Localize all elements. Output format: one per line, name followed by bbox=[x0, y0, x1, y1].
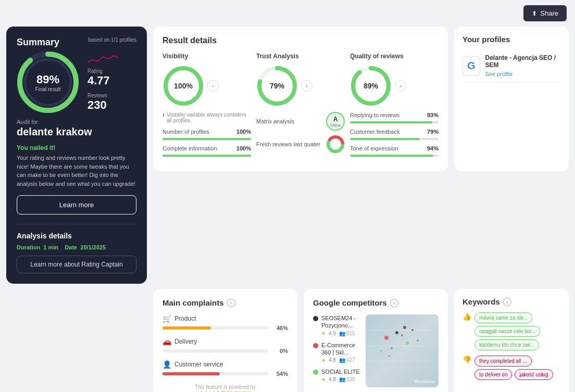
visibility-circle-wrap: 100% › bbox=[162, 65, 251, 107]
comp-meta-2: ★ 4.8 👥 427 bbox=[321, 357, 360, 363]
reviews-label: Reviews bbox=[88, 93, 119, 98]
main-grid: Summary based on 1/1 profiles 89% Final … bbox=[0, 27, 575, 290]
svg-point-16 bbox=[384, 336, 389, 340]
svg-point-24 bbox=[388, 355, 390, 357]
audit-name: delante krakow bbox=[17, 126, 136, 138]
quality-circle-wrap: 89% › bbox=[350, 65, 439, 107]
comp-dot-3 bbox=[313, 370, 318, 375]
learn-more-rating-captain-button[interactable]: Learn more about Rating Captain bbox=[17, 256, 136, 273]
delivery-icon: 🚗 bbox=[162, 337, 171, 346]
comp-meta-1: ★ 4.9 👥 815 bbox=[321, 331, 360, 336]
powered-by: This feature is powered by ★★★★★ RatingC… bbox=[162, 384, 288, 392]
donut-icon bbox=[326, 135, 345, 154]
metric-bar-1 bbox=[162, 138, 251, 140]
rating-val: 4.77 bbox=[88, 74, 119, 87]
profiles-list: G Delante - Agencja SEO / SEM See profil… bbox=[463, 50, 560, 82]
product-icon: 🛒 bbox=[162, 314, 171, 323]
comp-dot-1 bbox=[313, 316, 318, 321]
negative-keywords-group: 👎 they completed all ... to deliver on j… bbox=[463, 356, 560, 380]
comp-dot-2 bbox=[313, 343, 318, 348]
complaint-service-pct: 54% bbox=[272, 371, 288, 377]
competitor-1: SEOSEM24 - Pozycjono... ★ 4.9 👥 815 bbox=[313, 314, 360, 336]
competitors-title: Google competitors i bbox=[313, 298, 439, 307]
visibility-col: Visibility 100% › ℹ Visibility variable … bbox=[162, 53, 251, 162]
date-val: 20/1/2025 bbox=[80, 244, 106, 250]
visibility-note: ℹ Visibility variable always considers a… bbox=[162, 112, 251, 123]
duration-val: 1 min bbox=[43, 244, 58, 250]
share-icon: ⬆ bbox=[532, 10, 537, 17]
metric-row: Number of profiles 100% bbox=[162, 129, 251, 135]
analysis-title: Analysis details bbox=[17, 232, 136, 240]
complaint-product: 🛒 Product 46% bbox=[162, 314, 288, 331]
complaint-delivery-bar-row: 0% bbox=[162, 348, 288, 354]
matrix-row: Matrix analysis A Class bbox=[256, 112, 345, 131]
summary-card: Summary based on 1/1 profiles 89% Final … bbox=[6, 27, 147, 284]
comp-name-3: SOCIAL ELITE bbox=[321, 368, 360, 375]
sparkline bbox=[88, 53, 119, 66]
complaints-info-icon[interactable]: i bbox=[227, 299, 235, 307]
kw-tag-neg-2[interactable]: to deliver on bbox=[474, 369, 512, 380]
complaint-service-bar-row: 54% bbox=[162, 371, 288, 377]
keywords-card: Keywords i 👍 mówią same za sie... osiąga… bbox=[454, 289, 569, 392]
svg-point-23 bbox=[417, 339, 419, 342]
kw-tag-neg-1[interactable]: they completed all ... bbox=[474, 356, 532, 366]
analysis-details: Analysis details Duration 1 min Date 20/… bbox=[17, 224, 136, 273]
positive-row: 👍 mówią same za sie... osiągali nasze ce… bbox=[463, 312, 560, 350]
quality-circle: 89% bbox=[350, 65, 392, 107]
competitors-chart: Reviewer bbox=[366, 314, 439, 387]
see-profile-link[interactable]: See profile bbox=[485, 71, 513, 77]
complaint-product-bar-row: 46% bbox=[162, 325, 288, 331]
complaint-service: 👤 Customer service 54% bbox=[162, 360, 288, 377]
complaint-delivery-label: 🚗 Delivery bbox=[162, 337, 288, 346]
kw-tag-1[interactable]: mówią same za sie... bbox=[474, 312, 532, 323]
complaint-product-pct: 46% bbox=[272, 325, 288, 331]
complaint-delivery: 🚗 Delivery 0% bbox=[162, 337, 288, 354]
complaint-product-bar bbox=[162, 326, 268, 330]
profile-info: Delante - Agencja SEO / SEM See profile bbox=[485, 54, 560, 78]
duration-label: Duration bbox=[17, 244, 40, 250]
quality-metric-2: Customer feedback 79% bbox=[350, 129, 439, 135]
trust-col: Trust Analysis 79% › Matrix analysis A bbox=[256, 53, 345, 162]
keywords-info-icon[interactable]: i bbox=[503, 298, 511, 306]
complaint-delivery-pct: 0% bbox=[272, 348, 288, 354]
comp-name-2: E-Commerce 360 | Skl... bbox=[321, 342, 360, 357]
fresh-row: Fresh reviews last quater bbox=[256, 135, 345, 154]
analysis-meta: Duration 1 min Date 20/1/2025 bbox=[17, 244, 136, 250]
reviews-val: 230 bbox=[88, 98, 119, 112]
profiles-card: Your profiles G Delante - Agencja SEO / … bbox=[454, 27, 569, 171]
positive-tags: mówią same za sie... osiągali nasze cele… bbox=[474, 312, 560, 350]
score-row: 89% Final result Rating 4.77 Reviews 230 bbox=[17, 51, 136, 113]
chart-area: Reviewer bbox=[366, 314, 439, 387]
svg-point-22 bbox=[380, 350, 382, 352]
quality-chevron[interactable]: › bbox=[395, 80, 406, 92]
visibility-chevron[interactable]: › bbox=[207, 80, 219, 92]
top-bar: ⬆ Share bbox=[0, 0, 575, 27]
profile-name: Delante - Agencja SEO / SEM bbox=[485, 54, 560, 69]
nailed-desc: Your rating and reviews number look pret… bbox=[17, 154, 136, 188]
svg-point-20 bbox=[401, 334, 403, 336]
quality-title: Quality of reviews bbox=[350, 53, 439, 60]
trust-circle-wrap: 79% › bbox=[256, 65, 345, 107]
kw-tag-3[interactable]: każdemu kto chce zwi... bbox=[474, 339, 539, 350]
trust-pct: 79% bbox=[270, 82, 284, 90]
competitors-info-icon[interactable]: i bbox=[390, 299, 398, 307]
positive-keywords-group: 👍 mówią same za sie... osiągali nasze ce… bbox=[463, 312, 560, 350]
result-grid: Visibility 100% › ℹ Visibility variable … bbox=[162, 53, 439, 162]
share-button[interactable]: ⬆ Share bbox=[523, 5, 567, 21]
visibility-circle: 100% bbox=[162, 65, 204, 107]
profiles-title: Your profiles bbox=[463, 35, 560, 44]
kw-tag-neg-3[interactable]: jakość usług bbox=[515, 369, 553, 380]
trust-chevron[interactable]: › bbox=[301, 80, 312, 92]
competitor-3: SOCIAL ELITE ★ 4.8 👥 330 bbox=[313, 368, 360, 382]
comp-meta-3: ★ 4.8 👥 330 bbox=[321, 376, 360, 382]
kw-tag-2[interactable]: osiągali nasze cele biz... bbox=[474, 326, 540, 337]
matrix-label: Matrix analysis bbox=[256, 118, 322, 124]
complaint-product-label: 🛒 Product bbox=[162, 314, 288, 323]
powered-stars: ★★★★★ RatingCaptain bbox=[162, 390, 288, 392]
svg-point-25 bbox=[403, 326, 406, 329]
learn-more-button[interactable]: Learn more bbox=[17, 195, 136, 214]
metric-bar-2 bbox=[162, 155, 251, 157]
complaints-title: Main complaints i bbox=[162, 298, 288, 307]
metric-row-2: Complete information 100% bbox=[162, 145, 251, 151]
competitor-2: E-Commerce 360 | Skl... ★ 4.8 👥 427 bbox=[313, 342, 360, 363]
